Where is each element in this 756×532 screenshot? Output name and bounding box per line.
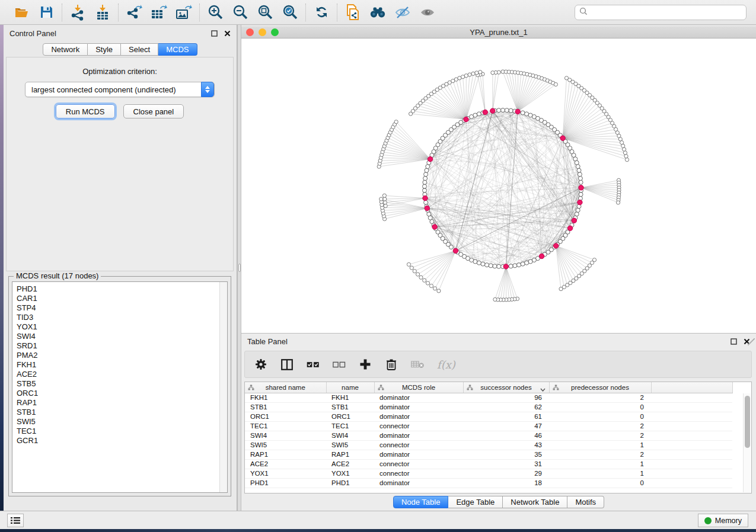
table-row[interactable]: PHD1PHD1dominator180: [245, 478, 732, 488]
show-panels-button[interactable]: [7, 514, 24, 527]
column-header-predecessor-nodes[interactable]: predecessor nodes: [549, 382, 651, 393]
cell: RAP1: [245, 450, 326, 459]
export-image-icon[interactable]: [176, 4, 192, 21]
zoom-selected-icon[interactable]: [282, 4, 298, 21]
column-header-MCDS-role[interactable]: MCDS role: [374, 382, 463, 393]
function-builder-icon[interactable]: f(x): [437, 358, 455, 371]
cell: SWI4: [326, 431, 374, 440]
float-table-panel-icon[interactable]: [730, 338, 737, 345]
mcds-node: [503, 264, 508, 269]
hierarchy-icon: [248, 384, 254, 392]
mcds-node: [432, 225, 437, 229]
table-row[interactable]: ACE2ACE2connector311: [245, 459, 732, 469]
column-label: name: [342, 384, 359, 391]
refresh-icon[interactable]: [313, 4, 330, 21]
zoom-in-icon[interactable]: [207, 4, 224, 21]
zoom-out-icon[interactable]: [232, 4, 248, 21]
table-scrollbar[interactable]: [743, 393, 751, 492]
result-item[interactable]: FKH1: [17, 360, 227, 370]
resize-grip-icon[interactable]: [748, 338, 755, 345]
result-item[interactable]: SWI5: [17, 417, 227, 427]
result-item[interactable]: SRD1: [17, 341, 227, 351]
search-wrap: [575, 5, 747, 20]
toggle-visibility-icon[interactable]: [394, 4, 411, 21]
table-scrollbar-thumb[interactable]: [745, 396, 750, 448]
result-item[interactable]: PMA2: [17, 351, 227, 360]
result-item[interactable]: TID3: [17, 313, 227, 322]
result-item[interactable]: SWI4: [17, 332, 227, 341]
float-panel-icon[interactable]: [210, 30, 218, 37]
import-network-icon[interactable]: [69, 4, 86, 21]
memory-button[interactable]: Memory: [698, 514, 748, 527]
node-table[interactable]: shared namenameMCDS rolesuccessor nodesp…: [245, 382, 733, 488]
result-item[interactable]: TEC1: [17, 427, 227, 436]
search-input[interactable]: [591, 8, 742, 17]
table-panel: Table Panel f(x) shared namenameMCDS rol…: [241, 333, 756, 511]
table-row[interactable]: FKH1FKH1dominator962: [245, 393, 732, 402]
column-header-shared-name[interactable]: shared name: [245, 382, 326, 393]
deselect-all-icon[interactable]: [333, 358, 346, 371]
save-session-icon[interactable]: [38, 4, 55, 21]
zoom-fit-icon[interactable]: [257, 4, 273, 21]
result-item[interactable]: YOX1: [17, 322, 227, 332]
result-item[interactable]: STB5: [17, 379, 227, 389]
result-item[interactable]: ACE2: [17, 370, 227, 379]
close-panel-button[interactable]: Close panel: [123, 104, 184, 118]
network-graph[interactable]: [241, 39, 756, 333]
table-row[interactable]: SWI4SWI4dominator462: [245, 431, 732, 440]
table-row[interactable]: YOX1YOX1connector291: [245, 469, 732, 478]
add-row-icon[interactable]: [359, 358, 372, 371]
result-item[interactable]: PHD1: [17, 284, 227, 294]
tab-mcds[interactable]: MCDS: [158, 43, 197, 56]
result-item[interactable]: STP4: [17, 303, 227, 313]
result-item[interactable]: STB1: [17, 408, 227, 417]
run-mcds-button[interactable]: Run MCDS: [56, 104, 115, 118]
tab-node-table[interactable]: Node Table: [393, 496, 449, 508]
export-table-icon[interactable]: [151, 4, 167, 21]
node-table-wrap: shared namenameMCDS rolesuccessor nodesp…: [244, 382, 752, 493]
tab-motifs[interactable]: Motifs: [567, 496, 604, 508]
tab-style[interactable]: Style: [88, 43, 121, 56]
tab-edge-table[interactable]: Edge Table: [448, 496, 503, 508]
table-row[interactable]: ORC1ORC1dominator610: [245, 412, 732, 421]
import-table-icon[interactable]: [94, 4, 111, 21]
tab-network-table[interactable]: Network Table: [503, 496, 567, 508]
network-window-titlebar[interactable]: YPA_prune.txt_1: [241, 27, 756, 39]
cell: YOX1: [326, 469, 374, 478]
table-row[interactable]: SWI5SWI5connector431: [245, 440, 732, 450]
cell: 0: [549, 402, 651, 412]
open-file-icon[interactable]: [13, 4, 30, 21]
delete-table-icon[interactable]: [411, 358, 424, 371]
close-panel-icon[interactable]: [224, 30, 231, 37]
export-network-icon[interactable]: [126, 4, 142, 21]
result-item[interactable]: GCR1: [17, 436, 227, 446]
column-header-name[interactable]: name: [326, 382, 374, 393]
table-row[interactable]: STB1STB1dominator620: [245, 402, 732, 412]
network-canvas[interactable]: [241, 39, 756, 333]
duplicate-network-icon[interactable]: [344, 4, 361, 21]
splitter-grip[interactable]: [238, 264, 241, 272]
tab-select[interactable]: Select: [121, 43, 158, 56]
search-box[interactable]: [575, 5, 747, 20]
split-view-icon[interactable]: [280, 358, 294, 371]
result-list-scrollbar[interactable]: [219, 282, 227, 492]
cell: dominator: [374, 450, 463, 459]
settings-gear-icon[interactable]: [254, 358, 267, 371]
cell: dominator: [374, 393, 463, 402]
tab-network[interactable]: Network: [43, 43, 88, 56]
optimization-criterion-dropdown[interactable]: largest connected component (undirected): [25, 82, 215, 97]
find-icon[interactable]: [369, 4, 386, 21]
column-header-successor-nodes[interactable]: successor nodes: [463, 382, 549, 393]
result-item[interactable]: CAR1: [17, 294, 227, 303]
table-row[interactable]: TEC1TEC1connector472: [245, 421, 732, 431]
mcds-node: [560, 136, 565, 140]
mcds-node: [464, 117, 468, 121]
table-row[interactable]: RAP1RAP1dominator352: [245, 450, 732, 459]
vertical-splitter[interactable]: [237, 25, 241, 511]
mcds-result-list[interactable]: PHD1CAR1STP4TID3YOX1SWI4SRD1PMA2FKH1ACE2…: [12, 281, 228, 493]
result-item[interactable]: ORC1: [17, 389, 227, 398]
select-all-icon[interactable]: [307, 358, 320, 371]
result-item[interactable]: RAP1: [17, 398, 227, 408]
preview-eye-icon[interactable]: [419, 4, 436, 21]
delete-row-icon[interactable]: [385, 358, 398, 371]
